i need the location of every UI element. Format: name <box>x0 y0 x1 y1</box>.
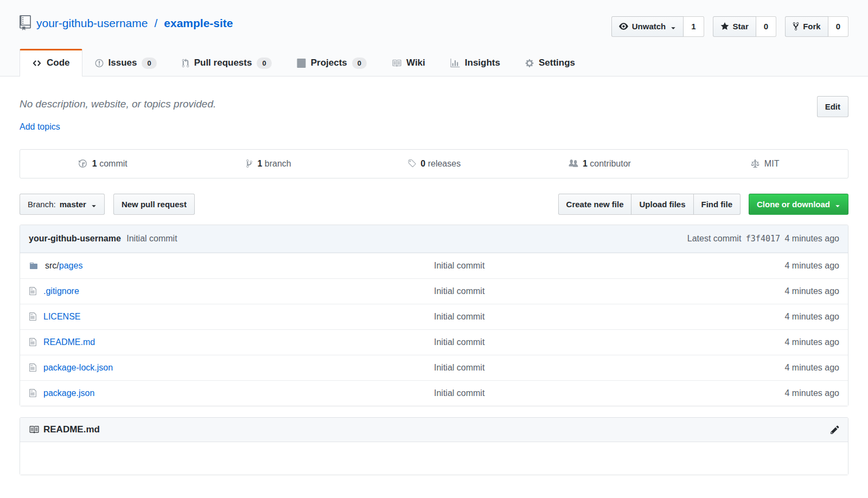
new-pull-request-button[interactable]: New pull request <box>113 194 195 215</box>
commit-message-link[interactable]: Initial commit <box>126 234 177 243</box>
fork-label: Fork <box>803 21 821 32</box>
row-commit-message-link[interactable]: Initial commit <box>434 363 484 372</box>
file-actions-group: Create new file Upload files Find file <box>558 194 741 215</box>
find-file-button[interactable]: Find file <box>693 194 741 215</box>
create-new-file-button[interactable]: Create new file <box>558 194 632 215</box>
folder-icon <box>29 261 39 271</box>
pencil-icon[interactable] <box>831 424 839 435</box>
people-icon <box>569 159 580 168</box>
tab-issues-label: Issues <box>108 58 137 68</box>
tab-settings-label: Settings <box>539 58 575 68</box>
fork-button[interactable]: Fork <box>785 16 828 37</box>
row-commit-message-link[interactable]: Initial commit <box>434 388 484 398</box>
tab-pull-requests-label: Pull requests <box>194 58 252 68</box>
eye-icon <box>619 21 628 32</box>
file-link[interactable]: package.json <box>43 388 94 398</box>
releases-count: 0 <box>420 159 425 168</box>
row-commit-message-link[interactable]: Initial commit <box>434 261 484 270</box>
forks-count[interactable]: 0 <box>828 16 848 37</box>
tab-code-label: Code <box>47 58 70 68</box>
social-actions: Unwatch 1 Star 0 <box>611 16 848 37</box>
row-age: 4 minutes ago <box>747 312 839 322</box>
edit-description-button[interactable]: Edit <box>817 96 848 118</box>
star-button[interactable]: Star <box>713 16 756 37</box>
row-age: 4 minutes ago <box>747 286 839 296</box>
file-link[interactable]: package-lock.json <box>43 363 113 373</box>
repo-tabs: Code Issues 0 Pull requests 0 P <box>20 49 848 76</box>
branches-label: branch <box>265 159 291 168</box>
file-icon <box>29 286 37 296</box>
law-icon <box>751 159 762 168</box>
releases-label: releases <box>428 159 461 168</box>
file-icon <box>29 312 37 322</box>
releases-stat[interactable]: 0 releases <box>351 150 516 178</box>
readme-book-icon <box>29 424 39 435</box>
repo-stats-bar: 1 commit 1 branch 0 releases 1 contribut… <box>20 149 848 178</box>
latest-commit-label: Latest commit <box>687 234 742 243</box>
readme-section: README.md <box>20 417 848 475</box>
tab-insights-label: Insights <box>465 58 500 68</box>
pull-request-icon <box>182 58 189 68</box>
stargazers-count[interactable]: 0 <box>756 16 776 37</box>
file-row-license: LICENSE Initial commit 4 minutes ago <box>20 304 848 329</box>
row-commit-message-link[interactable]: Initial commit <box>434 337 484 347</box>
branches-count: 1 <box>257 159 262 168</box>
repo-about-section: No description, website, or topics provi… <box>20 96 848 132</box>
upload-files-button[interactable]: Upload files <box>631 194 693 215</box>
file-icon <box>29 337 37 347</box>
file-link[interactable]: LICENSE <box>43 312 80 322</box>
tab-projects[interactable]: Projects 0 <box>284 49 379 76</box>
directory-link[interactable]: pages <box>59 261 83 270</box>
branches-stat[interactable]: 1 branch <box>186 150 351 178</box>
row-age: 4 minutes ago <box>747 363 839 373</box>
fork-icon <box>793 21 799 32</box>
repo-page-header: your-github-username / example-site Unwa… <box>0 0 868 76</box>
pull-requests-counter: 0 <box>257 58 271 69</box>
file-navigation: Branch: master New pull request Create n… <box>20 194 848 215</box>
row-commit-message-link[interactable]: Initial commit <box>434 286 484 296</box>
row-age: 4 minutes ago <box>747 337 839 347</box>
tab-insights[interactable]: Insights <box>438 49 513 76</box>
repo-owner-link[interactable]: your-github-username <box>36 17 148 30</box>
repo-icon <box>20 15 31 31</box>
commit-sha-link[interactable]: f3f4017 <box>746 234 780 244</box>
clone-or-download-button[interactable]: Clone or download <box>749 194 848 215</box>
readme-title: README.md <box>43 424 100 435</box>
settings-icon <box>525 58 534 68</box>
branch-label: Branch: <box>28 199 56 210</box>
contributors-label: contributor <box>590 159 631 168</box>
row-commit-message-link[interactable]: Initial commit <box>434 312 484 321</box>
directory-path-prefix: src/ <box>45 261 59 270</box>
file-link[interactable]: .gitignore <box>43 286 79 296</box>
tab-settings[interactable]: Settings <box>513 49 588 76</box>
commit-author-link[interactable]: your-github-username <box>29 234 121 243</box>
repo-name-link[interactable]: example-site <box>164 17 233 30</box>
watchers-count[interactable]: 1 <box>684 16 704 37</box>
caret-down-icon <box>91 199 97 210</box>
tag-icon <box>407 159 418 168</box>
repo-title: your-github-username / example-site <box>20 15 233 31</box>
file-link[interactable]: README.md <box>43 337 95 347</box>
file-icon <box>29 388 37 398</box>
unwatch-button[interactable]: Unwatch <box>611 16 684 37</box>
tab-code[interactable]: Code <box>20 49 82 76</box>
tab-pull-requests[interactable]: Pull requests 0 <box>169 49 284 76</box>
repo-description: No description, website, or topics provi… <box>20 98 216 110</box>
add-topics-link[interactable]: Add topics <box>20 122 60 132</box>
history-icon <box>78 159 90 168</box>
contributors-stat[interactable]: 1 contributor <box>517 150 682 178</box>
file-row-gitignore: .gitignore Initial commit 4 minutes ago <box>20 278 848 304</box>
issue-icon <box>95 58 104 68</box>
row-age: 4 minutes ago <box>747 261 839 271</box>
license-label: MIT <box>764 159 780 168</box>
branch-select-button[interactable]: Branch: master <box>20 194 105 215</box>
tab-wiki[interactable]: Wiki <box>379 49 438 76</box>
commits-count: 1 <box>92 159 97 168</box>
files-table: your-github-username Initial commit Late… <box>20 225 848 406</box>
contributors-count: 1 <box>583 159 588 168</box>
commits-stat[interactable]: 1 commit <box>20 150 186 178</box>
commit-time: 4 minutes ago <box>784 234 839 243</box>
latest-commit-bar: your-github-username Initial commit Late… <box>20 225 848 253</box>
license-stat[interactable]: MIT <box>682 150 848 178</box>
tab-issues[interactable]: Issues 0 <box>82 49 169 76</box>
